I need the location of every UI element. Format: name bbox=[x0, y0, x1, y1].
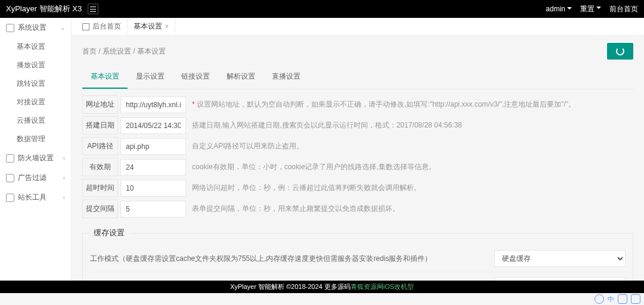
sidebar-item-data[interactable]: 数据管理 bbox=[0, 130, 71, 148]
sidebar-item-api[interactable]: 对接设置 bbox=[0, 93, 71, 111]
chevron-down-icon: ⌄ bbox=[60, 24, 65, 31]
tool-expand-icon[interactable] bbox=[618, 294, 627, 304]
content-area: 后台首页 基本设置 × 首页 / 系统设置 / 基本设置 bbox=[72, 18, 644, 293]
top-bar: XyPlayer 智能解析 X3 admin 重置 前台首页 bbox=[0, 0, 644, 18]
row-valid-period: 有效期 cookie有效期，单位：小时，cookie记录了用户的线路选择,集数选… bbox=[82, 158, 633, 176]
home-icon bbox=[82, 23, 89, 30]
inner-tabs: 基本设置 显示设置 链接设置 解析设置 直播设置 bbox=[82, 66, 633, 89]
tool-lang[interactable]: 中 bbox=[608, 295, 614, 304]
hamburger-icon[interactable] bbox=[88, 4, 98, 14]
breadcrumb: 首页 / 系统设置 / 基本设置 bbox=[82, 43, 633, 60]
site-url-input[interactable] bbox=[120, 97, 186, 113]
footer: XyPlayer 智能解析 ©2018-2024 更多源码青狐资源网iOS改机型 bbox=[0, 281, 644, 293]
page-body: 首页 / 系统设置 / 基本设置 基本设置 显示设置 链接设置 解析设置 直播设… bbox=[72, 36, 644, 293]
chevron-left-icon: ‹ bbox=[63, 194, 65, 201]
sidebar-item-cloud[interactable]: 云播设置 bbox=[0, 111, 71, 130]
chevron-left-icon: ‹ bbox=[63, 175, 65, 181]
page-tabs: 后台首页 基本设置 × bbox=[72, 18, 644, 36]
front-home-link[interactable]: 前台首页 bbox=[609, 4, 638, 14]
refresh-icon bbox=[616, 47, 624, 55]
shield-icon bbox=[6, 154, 14, 163]
basic-form: 网址地址 * 设置网站地址，默认为空自动判断，如果显示不正确，请手动修改,如填写… bbox=[82, 95, 633, 218]
cache-mode-select[interactable]: 硬盘缓存 bbox=[494, 250, 626, 267]
chevron-left-icon: ‹ bbox=[63, 155, 65, 161]
cache-mode-row: 工作模式（硬盘缓存需设置cache文件夹权限为755以上,内存缓存速度更快但需服… bbox=[90, 245, 626, 272]
gear-icon bbox=[6, 24, 14, 32]
refresh-button[interactable] bbox=[607, 43, 633, 60]
tool-smile-icon[interactable] bbox=[595, 294, 604, 304]
top-bar-left: XyPlayer 智能解析 X3 bbox=[6, 4, 98, 14]
inner-tab-display[interactable]: 显示设置 bbox=[128, 66, 173, 89]
caret-down-icon bbox=[596, 7, 601, 11]
sidebar: 系统设置 ⌄ 基本设置 播放设置 跳转设置 对接设置 云播设置 数据管理 防火墙… bbox=[0, 18, 72, 293]
footer-link[interactable]: 青狐资源网iOS改机型 bbox=[351, 283, 414, 290]
sidebar-item-redirect[interactable]: 跳转设置 bbox=[0, 74, 71, 93]
sidebar-group-system[interactable]: 系统设置 ⌄ bbox=[0, 18, 71, 38]
tab-home[interactable]: 后台首页 bbox=[76, 18, 128, 36]
inner-tab-parse[interactable]: 解析设置 bbox=[218, 66, 264, 89]
floating-tools: 中 bbox=[595, 294, 640, 304]
top-bar-right: admin 重置 前台首页 bbox=[546, 4, 638, 14]
sidebar-group-webmaster[interactable]: 站长工具 ‹ bbox=[0, 188, 71, 207]
tab-basic-settings[interactable]: 基本设置 × bbox=[128, 18, 175, 36]
row-submit-interval: 提交间隔 表单提交间隔，单位：秒，用来禁止频繁提交以免造成数据损坏。 bbox=[82, 200, 633, 218]
row-site-url: 网址地址 * 设置网站地址，默认为空自动判断，如果显示不正确，请手动修改,如填写… bbox=[82, 95, 633, 114]
caret-down-icon bbox=[567, 7, 572, 12]
sidebar-item-basic[interactable]: 基本设置 bbox=[0, 38, 71, 56]
brand-title: XyPlayer 智能解析 X3 bbox=[6, 4, 82, 14]
sidebar-item-play[interactable]: 播放设置 bbox=[0, 56, 71, 74]
row-build-date: 搭建日期 搭建日期,输入网站搭建日期,搜索页会以此显示运行时间，格式：2017/… bbox=[82, 116, 633, 135]
user-menu[interactable]: admin bbox=[546, 5, 572, 13]
row-api-path: API路径 自定义API路径可以用来防止盗用。 bbox=[82, 137, 633, 155]
valid-period-input[interactable] bbox=[120, 159, 186, 176]
close-icon[interactable]: × bbox=[165, 23, 169, 30]
sidebar-group-adfilter[interactable]: 广告过滤 ‹ bbox=[0, 168, 71, 188]
row-timeout: 超时时间 网络访问超时，单位：秒，例：云播超过此值将判断失败就会调用解析。 bbox=[82, 179, 633, 197]
inner-tab-link[interactable]: 链接设置 bbox=[173, 66, 218, 89]
filter-icon bbox=[6, 174, 14, 182]
cache-legend: 缓存设置 bbox=[89, 226, 129, 239]
wrench-icon bbox=[6, 194, 14, 202]
sidebar-group-firewall[interactable]: 防火墙设置 ‹ bbox=[0, 148, 71, 168]
inner-tab-live[interactable]: 直播设置 bbox=[264, 66, 309, 89]
inner-tab-basic[interactable]: 基本设置 bbox=[82, 66, 128, 89]
reset-menu[interactable]: 重置 bbox=[580, 4, 601, 14]
api-path-input[interactable] bbox=[120, 138, 186, 155]
timeout-input[interactable] bbox=[120, 180, 186, 197]
submit-interval-input[interactable] bbox=[120, 201, 186, 217]
tool-grid-icon[interactable] bbox=[631, 294, 640, 304]
build-date-input[interactable] bbox=[120, 117, 186, 134]
